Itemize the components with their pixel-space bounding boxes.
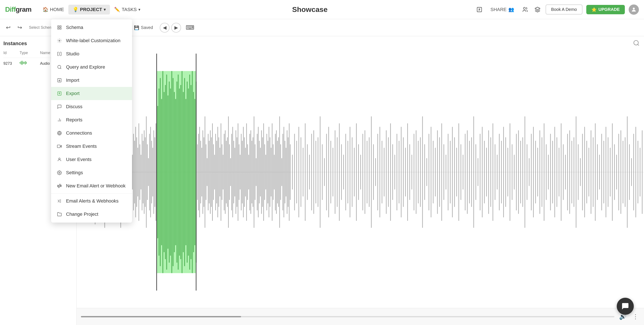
svg-rect-78 xyxy=(142,134,142,210)
svg-rect-130 xyxy=(238,123,238,221)
project-title: Showcase xyxy=(292,5,328,14)
svg-rect-179 xyxy=(290,144,291,200)
nav-right-area: SHARE 👥 Book A Demo ⭐ UPGRADE xyxy=(475,4,639,15)
menu-item-change-project[interactable]: Change Project xyxy=(51,208,132,221)
home-nav-button[interactable]: 🏠 HOME xyxy=(38,5,68,14)
svg-rect-257 xyxy=(456,148,457,196)
waveform-svg: // We'll use hardcoded rects in SVG for … xyxy=(77,36,644,308)
people-icon-button[interactable] xyxy=(521,5,530,14)
svg-rect-133 xyxy=(241,134,242,210)
menu-item-stream-events[interactable]: Stream Events xyxy=(51,140,132,153)
white-label-menu-icon xyxy=(56,38,62,43)
svg-rect-206 xyxy=(348,141,348,204)
user-events-menu-label: User Events xyxy=(66,157,92,162)
svg-rect-145 xyxy=(254,116,254,228)
svg-rect-294 xyxy=(535,141,536,204)
svg-rect-313 xyxy=(576,116,576,228)
svg-rect-116 xyxy=(223,154,224,190)
svg-rect-201 xyxy=(337,137,338,207)
menu-item-new-email-alert[interactable]: New Email Alert or Webhook xyxy=(51,179,132,192)
svg-rect-70 xyxy=(133,134,134,210)
menu-item-export[interactable]: Export xyxy=(51,87,132,100)
svg-rect-161 xyxy=(271,148,271,196)
menu-item-discuss[interactable]: Discuss xyxy=(51,100,132,113)
export-menu-label: Export xyxy=(66,91,80,96)
svg-rect-118 xyxy=(225,130,226,214)
svg-rect-184 xyxy=(301,137,301,207)
query-explore-menu-icon xyxy=(56,65,62,70)
menu-item-settings[interactable]: Settings xyxy=(51,166,132,179)
new-email-alert-menu-label: New Email Alert or Webhook xyxy=(66,183,126,189)
svg-rect-274 xyxy=(492,123,493,221)
svg-rect-346 xyxy=(158,106,158,238)
logo[interactable]: Diffgram xyxy=(5,6,32,14)
svg-rect-373 xyxy=(192,71,193,273)
menu-item-user-events[interactable]: User Events xyxy=(51,153,132,166)
menu-item-studio[interactable]: Studio xyxy=(51,47,132,60)
menu-item-import[interactable]: Import xyxy=(51,74,132,87)
svg-rect-374 xyxy=(193,92,194,252)
svg-marker-396 xyxy=(60,145,62,147)
svg-rect-324 xyxy=(599,154,600,190)
top-navigation: Diffgram 🏠 HOME 💡 PROJECT ▾ ✏️ TASKS ▾ S… xyxy=(0,0,644,19)
svg-rect-90 xyxy=(154,137,155,207)
settings-menu-icon xyxy=(56,170,62,175)
svg-rect-9 xyxy=(21,61,21,64)
user-avatar[interactable] xyxy=(629,4,639,15)
email-alerts-menu-label: Email Alerts & Webhooks xyxy=(66,198,118,204)
import-menu-icon xyxy=(56,78,62,83)
svg-rect-177 xyxy=(288,137,288,207)
svg-rect-382 xyxy=(60,28,61,29)
book-demo-button[interactable]: Book A Demo xyxy=(546,4,582,14)
svg-rect-341 xyxy=(636,127,636,217)
svg-marker-2 xyxy=(535,7,540,10)
next-arrow-button[interactable]: ▶ xyxy=(171,23,181,32)
svg-rect-104 xyxy=(210,130,210,214)
share-button[interactable]: SHARE 👥 xyxy=(488,5,517,14)
svg-rect-178 xyxy=(289,123,290,221)
svg-rect-94 xyxy=(199,127,200,217)
menu-item-white-label[interactable]: White-label Customization xyxy=(51,34,132,47)
layers-icon-button[interactable] xyxy=(533,5,542,14)
svg-rect-148 xyxy=(257,134,258,210)
project-nav-button[interactable]: 💡 PROJECT ▾ xyxy=(68,5,110,14)
chat-fab-button[interactable] xyxy=(617,298,634,315)
menu-item-connections[interactable]: Connections xyxy=(51,126,132,140)
upgrade-button[interactable]: ⭐ UPGRADE xyxy=(586,5,625,14)
menu-item-query-explore[interactable]: Query and Explore xyxy=(51,60,132,74)
redo-button[interactable]: ↪ xyxy=(16,22,24,32)
logo-text: Diffgram xyxy=(5,6,32,14)
svg-rect-269 xyxy=(482,127,482,217)
prev-arrow-button[interactable]: ◀ xyxy=(160,23,170,32)
svg-rect-299 xyxy=(546,144,546,200)
more-options-button[interactable]: ⋮ xyxy=(631,312,640,322)
svg-rect-92 xyxy=(197,144,198,200)
svg-rect-168 xyxy=(278,137,279,207)
svg-rect-249 xyxy=(439,137,440,207)
menu-item-reports[interactable]: Reports xyxy=(51,113,132,126)
svg-rect-146 xyxy=(255,144,255,200)
svg-rect-163 xyxy=(273,144,274,200)
home-label: HOME xyxy=(50,7,64,12)
svg-rect-322 xyxy=(595,123,596,221)
svg-rect-186 xyxy=(305,123,306,221)
svg-rect-270 xyxy=(484,141,485,204)
tasks-nav-button[interactable]: ✏️ TASKS ▾ xyxy=(110,5,144,14)
svg-rect-281 xyxy=(508,148,508,196)
svg-rect-143 xyxy=(252,141,252,204)
undo-button[interactable]: ↩ xyxy=(4,22,12,32)
keyboard-shortcut-button[interactable]: ⌨ xyxy=(184,23,196,32)
menu-item-schema[interactable]: Schema xyxy=(51,21,132,34)
menu-item-email-alerts[interactable]: Email Alerts & Webhooks xyxy=(51,194,132,208)
import-menu-label: Import xyxy=(66,78,79,83)
svg-rect-136 xyxy=(244,137,245,207)
zoom-icon-button[interactable] xyxy=(633,40,640,47)
project-dropdown-menu: Schema White-label Customization Studio … xyxy=(51,19,132,222)
svg-rect-350 xyxy=(162,71,163,273)
audio-progress-bar[interactable] xyxy=(81,316,614,317)
svg-rect-278 xyxy=(501,141,502,204)
svg-rect-368 xyxy=(186,99,186,245)
report-icon-button[interactable] xyxy=(475,5,484,14)
svg-rect-125 xyxy=(232,127,233,217)
svg-rect-351 xyxy=(164,92,164,252)
